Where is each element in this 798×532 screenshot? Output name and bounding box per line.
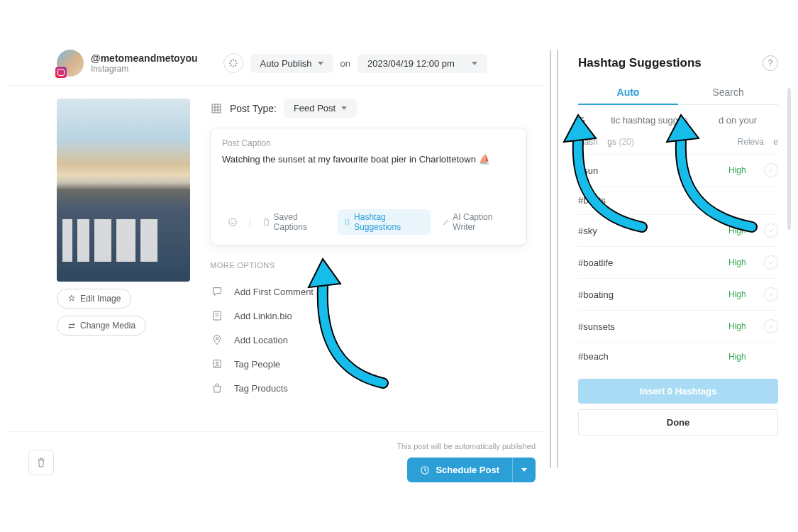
publish-datetime-select[interactable]: 2023/04/19 12:00 pm [358, 54, 487, 73]
done-button[interactable]: Done [578, 409, 778, 436]
delete-button[interactable] [28, 450, 54, 475]
chevron-down-icon [472, 62, 477, 65]
svg-point-7 [216, 362, 218, 364]
publish-mode-select[interactable]: Auto Publish [250, 54, 333, 73]
add-linkinbio-option[interactable]: Add Linkin.bio [210, 304, 527, 328]
chevron-down-icon [318, 62, 323, 65]
auto-publish-note: This post will be automatically publishe… [397, 442, 536, 450]
svg-point-2 [231, 221, 232, 221]
change-media-button[interactable]: Change Media [57, 316, 146, 336]
hashtag-row[interactable]: #boats [578, 186, 778, 214]
hashtag-suggestions-button[interactable]: Hashtag Suggestions [338, 209, 431, 235]
account-platform: Instagram [91, 64, 198, 74]
hashtag-text: #sky [578, 226, 728, 236]
hashtag-text: #beach [578, 351, 728, 362]
check-icon[interactable] [764, 319, 778, 333]
avatar[interactable] [57, 50, 84, 77]
check-icon[interactable] [764, 255, 778, 270]
scrollbar[interactable] [787, 88, 791, 230]
help-icon[interactable]: ? [763, 55, 778, 71]
grid-icon [210, 102, 223, 115]
panel-hint: G tic hashtag sugges d on your [578, 115, 778, 126]
saved-captions-label: Saved Captions [274, 212, 326, 232]
svg-point-3 [233, 221, 234, 221]
relevance-value: High [728, 257, 764, 267]
insert-hashtags-button[interactable]: Insert 0 Hashtags [578, 379, 778, 404]
comment-icon [210, 285, 224, 298]
ai-caption-writer-button[interactable]: AI Caption Writer [436, 209, 515, 235]
post-type-label: Post Type: [230, 103, 277, 114]
hashtag-row[interactable]: #sky High [578, 214, 778, 246]
on-label: on [340, 58, 350, 69]
hashtag-row[interactable]: #boating High [578, 278, 778, 310]
instagram-badge-icon [55, 67, 67, 78]
option-label: Tag People [234, 359, 280, 370]
svg-point-5 [216, 337, 218, 339]
caption-label: Post Caption [222, 138, 515, 148]
hashtags-header: Hash gs (20) [578, 137, 634, 147]
publish-datetime-label: 2023/04/19 12:00 pm [367, 58, 455, 69]
emoji-picker-button[interactable] [222, 214, 243, 230]
chevron-down-icon [521, 468, 527, 472]
add-location-option[interactable]: Add Location [210, 328, 527, 352]
check-icon[interactable] [764, 287, 778, 301]
option-label: Add First Comment [234, 287, 314, 297]
change-media-label: Change Media [80, 321, 135, 331]
option-label: Add Linkin.bio [234, 311, 292, 321]
tag-people-option[interactable]: Tag People [210, 352, 527, 376]
bag-icon [210, 382, 224, 394]
panel-title: Hashtag Suggestions [578, 56, 702, 70]
ai-caption-label: AI Caption Writer [453, 212, 509, 232]
media-thumbnail[interactable] [57, 99, 190, 282]
edit-image-button[interactable]: Edit Image [57, 289, 131, 309]
tag-products-option[interactable]: Tag Products [210, 376, 527, 400]
linkinbio-icon [210, 309, 224, 322]
relevance-value: High [728, 321, 764, 331]
svg-point-1 [229, 218, 237, 226]
chevron-down-icon [341, 106, 347, 110]
hashtag-text: #boatlife [578, 257, 728, 268]
relevance-value: High [728, 289, 764, 299]
hashtag-text: #sun [578, 165, 728, 176]
schedule-post-button[interactable]: Schedule Post [407, 458, 512, 482]
publish-mode-icon[interactable] [223, 53, 243, 73]
svg-rect-0 [212, 104, 221, 113]
relevance-value: High [728, 165, 764, 175]
post-type-value: Feed Post [294, 103, 336, 113]
edit-image-label: Edit Image [80, 294, 121, 304]
relevance-value: High [728, 352, 764, 362]
publish-mode-label: Auto Publish [260, 58, 312, 69]
check-icon[interactable] [764, 163, 778, 177]
caption-box: Post Caption Watching the sunset at my f… [210, 128, 527, 245]
relevance-header: Releva e [738, 137, 778, 147]
check-icon[interactable] [764, 223, 778, 238]
caption-input[interactable]: Watching the sunset at my favourite boat… [222, 154, 515, 209]
schedule-post-label: Schedule Post [436, 465, 499, 475]
tab-auto[interactable]: Auto [578, 81, 678, 105]
hashtag-row[interactable]: #beach High [578, 342, 778, 370]
option-label: Tag Products [234, 383, 288, 394]
relevance-value: High [728, 226, 764, 235]
hashtag-row[interactable]: #sun High [578, 154, 778, 186]
hashtag-row[interactable]: #boatlife High [578, 246, 778, 278]
person-icon [210, 358, 224, 370]
more-options-label: MORE OPTIONS [210, 261, 527, 270]
option-label: Add Location [234, 335, 288, 345]
composer-header: @metomeandmetoyou Instagram Auto Publish… [9, 7, 544, 86]
account-handle: @metomeandmetoyou [91, 52, 198, 64]
hashtag-row[interactable]: #sunsets High [578, 310, 778, 342]
saved-captions-button[interactable]: Saved Captions [257, 209, 331, 235]
add-first-comment-option[interactable]: Add First Comment [210, 279, 527, 304]
hashtag-text: #boats [578, 195, 728, 206]
hashtag-text: #sunsets [578, 321, 728, 332]
hashtag-suggestions-label: Hashtag Suggestions [354, 212, 425, 232]
post-type-select[interactable]: Feed Post [284, 99, 357, 118]
schedule-post-split-button[interactable] [512, 458, 536, 482]
tab-search[interactable]: Search [678, 81, 778, 104]
hashtag-text: #boating [578, 289, 728, 300]
location-icon [210, 333, 224, 346]
